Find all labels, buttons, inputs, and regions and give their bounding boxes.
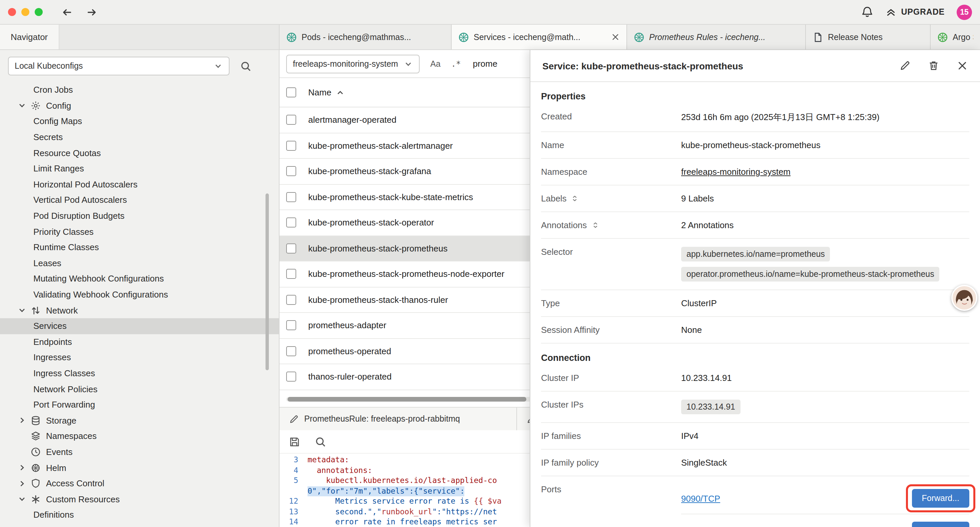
property-label: Type bbox=[541, 298, 681, 308]
sidebar-item-namespaces[interactable]: Namespaces bbox=[0, 428, 279, 444]
sidebar-item-cron-jobs[interactable]: Cron Jobs bbox=[0, 82, 279, 98]
sidebar-item-ingresses[interactable]: Ingresses bbox=[0, 350, 279, 365]
select-all-checkbox[interactable] bbox=[286, 88, 296, 97]
delete-button[interactable] bbox=[928, 60, 939, 72]
drawer-section-properties: Properties Created253d 16h 6m ago (2025年… bbox=[541, 91, 969, 344]
forward-button[interactable]: Forward... bbox=[912, 522, 969, 527]
close-button[interactable] bbox=[957, 60, 968, 72]
search-icon[interactable] bbox=[240, 61, 251, 72]
sidebar-item-pod-disruption-budgets[interactable]: Pod Disruption Budgets bbox=[0, 208, 279, 224]
drawer-title: Service: kube-prometheus-stack-prometheu… bbox=[542, 61, 743, 71]
sidebar-item-custom-resources[interactable]: Custom Resources bbox=[0, 491, 279, 507]
row-checkbox[interactable] bbox=[286, 141, 296, 151]
expand-toggle-icon[interactable] bbox=[571, 194, 579, 203]
tab-label: Prometheus Rules - icecheng... bbox=[649, 32, 765, 42]
sidebar-item-ingress-classes[interactable]: Ingress Classes bbox=[0, 365, 279, 381]
row-checkbox[interactable] bbox=[286, 166, 296, 177]
tab-pods-icecheng-mathmas[interactable]: Pods - icecheng@mathmas... bbox=[280, 25, 452, 49]
sidebar-item-helm[interactable]: Helm bbox=[0, 460, 279, 476]
search-icon[interactable] bbox=[315, 436, 326, 447]
sidebar-item-config[interactable]: Config bbox=[0, 98, 279, 113]
sidebar-scrollbar[interactable] bbox=[266, 193, 269, 370]
sidebar-item-label: Vertical Pod Autoscalers bbox=[33, 195, 127, 205]
subheader: Navigator Pods - icecheng@mathmas... Ser… bbox=[0, 25, 980, 50]
edit-button[interactable] bbox=[899, 60, 911, 72]
user-avatar[interactable] bbox=[951, 285, 977, 311]
sidebar-item-secrets[interactable]: Secrets bbox=[0, 129, 279, 145]
row-checkbox[interactable] bbox=[286, 244, 296, 253]
sidebar-item-label: Endpoints bbox=[33, 337, 72, 347]
row-checkbox[interactable] bbox=[286, 115, 296, 125]
search-input[interactable]: prome bbox=[473, 59, 498, 69]
sidebar-item-events[interactable]: Events bbox=[0, 444, 279, 460]
sidebar-item-label: Secrets bbox=[33, 132, 63, 142]
tab-release-notes[interactable]: Release Notes bbox=[806, 25, 931, 49]
chevron-right-icon[interactable] bbox=[18, 479, 27, 488]
sidebar-item-limit-ranges[interactable]: Limit Ranges bbox=[0, 161, 279, 177]
chevron-down-icon[interactable] bbox=[18, 494, 27, 504]
sidebar-item-horizontal-pod-autoscalers[interactable]: Horizontal Pod Autoscalers bbox=[0, 177, 279, 192]
sidebar-item-config-maps[interactable]: Config Maps bbox=[0, 113, 279, 129]
chevron-right-icon[interactable] bbox=[18, 416, 27, 425]
row-checkbox[interactable] bbox=[286, 269, 296, 279]
line-number: 4 bbox=[280, 465, 307, 476]
zoom-window-button[interactable] bbox=[35, 8, 43, 16]
back-button[interactable] bbox=[61, 6, 73, 18]
sidebar-item-validating-webhook-configurations[interactable]: Validating Webhook Configurations bbox=[0, 287, 279, 302]
sidebar-item-access-control[interactable]: Access Control bbox=[0, 476, 279, 491]
property-value: 2 Annotations bbox=[681, 220, 734, 230]
tab-prometheus-rules-icecheng[interactable]: Prometheus Rules - icecheng... bbox=[627, 25, 806, 49]
drawer-header: Service: kube-prometheus-stack-prometheu… bbox=[530, 50, 980, 82]
forward-button[interactable]: Forward... bbox=[912, 489, 969, 508]
port-link[interactable]: 9090/TCP bbox=[681, 493, 720, 503]
upgrade-button[interactable]: UPGRADE bbox=[885, 6, 945, 18]
row-checkbox[interactable] bbox=[286, 346, 296, 356]
tab-services-icecheng-math[interactable]: Services - icecheng@math... bbox=[452, 25, 627, 49]
row-checkbox[interactable] bbox=[286, 295, 296, 305]
row-checkbox[interactable] bbox=[286, 218, 296, 228]
chevron-right-icon[interactable] bbox=[18, 463, 27, 472]
sidebar-item-vertical-pod-autoscalers[interactable]: Vertical Pod Autoscalers bbox=[0, 192, 279, 208]
match-case-toggle[interactable]: Aa bbox=[430, 59, 441, 68]
sidebar-item-network-policies[interactable]: Network Policies bbox=[0, 381, 279, 397]
sidebar-item-resource-quotas[interactable]: Resource Quotas bbox=[0, 145, 279, 161]
namespace-link[interactable]: freeleaps-monitoring-system bbox=[681, 167, 791, 177]
tab-argo-se[interactable]: Argo Se... bbox=[931, 25, 980, 49]
regex-toggle[interactable]: .* bbox=[451, 59, 461, 68]
sidebar-item-mutating-webhook-configurations[interactable]: Mutating Webhook Configurations bbox=[0, 271, 279, 287]
sidebar-item-port-forwarding[interactable]: Port Forwarding bbox=[0, 397, 279, 412]
close-window-button[interactable] bbox=[8, 8, 16, 16]
drawer-row-created: Created253d 16h 6m ago (2025年1月13日 GMT+8… bbox=[541, 103, 969, 132]
close-icon[interactable] bbox=[611, 33, 620, 41]
sidebar-item-network[interactable]: Network bbox=[0, 303, 279, 318]
sidebar-item-endpoints[interactable]: Endpoints bbox=[0, 334, 279, 350]
bell-icon[interactable] bbox=[861, 6, 873, 18]
sidebar-item-services[interactable]: Services bbox=[0, 318, 279, 334]
namespace-select[interactable]: freeleaps-monitoring-system bbox=[286, 54, 420, 73]
chevron-down-icon[interactable] bbox=[18, 306, 27, 315]
notification-count-badge[interactable]: 15 bbox=[957, 4, 972, 20]
sidebar-item-runtime-classes[interactable]: Runtime Classes bbox=[0, 239, 279, 255]
name-column-header[interactable]: Name bbox=[308, 88, 331, 97]
save-icon[interactable] bbox=[289, 436, 300, 447]
kubeconfig-select[interactable]: Local Kubeconfigs bbox=[8, 57, 229, 75]
upgrade-label: UPGRADE bbox=[901, 7, 945, 17]
sidebar-item-priority-classes[interactable]: Priority Classes bbox=[0, 224, 279, 239]
sort-ascending-icon[interactable] bbox=[335, 88, 345, 97]
minimize-window-button[interactable] bbox=[21, 8, 29, 16]
scrollbar-thumb[interactable] bbox=[288, 397, 527, 401]
sidebar-item-storage[interactable]: Storage bbox=[0, 412, 279, 428]
service-name: alertmanager-operated bbox=[308, 115, 396, 125]
drawer-row-ip-families: IP familiesIPv4 bbox=[541, 423, 969, 450]
sidebar-item-definitions[interactable]: Definitions bbox=[0, 507, 279, 523]
forward-button-nav[interactable] bbox=[86, 6, 97, 18]
row-checkbox[interactable] bbox=[286, 372, 296, 382]
row-checkbox[interactable] bbox=[286, 320, 296, 331]
line-number: 13 bbox=[280, 507, 307, 517]
row-checkbox[interactable] bbox=[286, 192, 296, 202]
expand-toggle-icon[interactable] bbox=[591, 221, 600, 229]
sidebar-item-leases[interactable]: Leases bbox=[0, 255, 279, 271]
dock-tab-prometheusrule-freeleaps-prod-rabbitmq[interactable]: PrometheusRule: freeleaps-prod-rabbitmq bbox=[280, 408, 517, 430]
sidebar-item-label: Runtime Classes bbox=[33, 242, 99, 252]
chevron-down-icon[interactable] bbox=[18, 101, 27, 110]
